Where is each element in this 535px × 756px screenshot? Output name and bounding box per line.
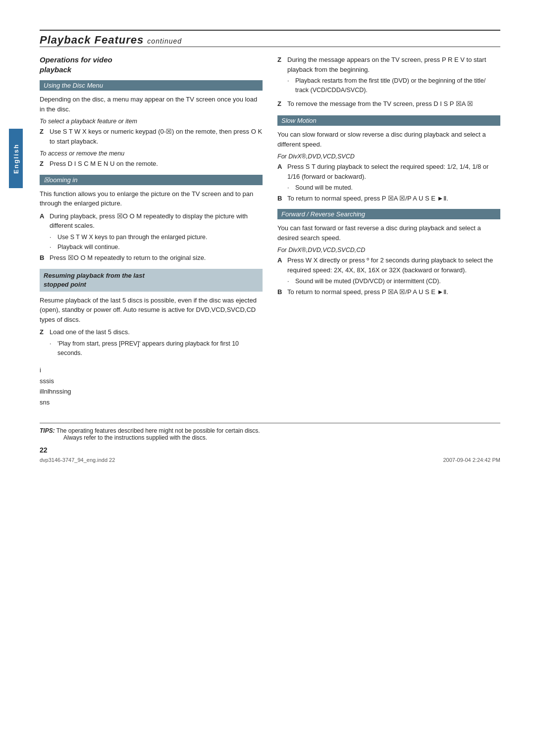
resume-sub1: · 'Play from start, press [PREV]' appear… (50, 339, 263, 358)
left-column: Operations for video playback Using the … (40, 55, 263, 408)
select-feature-step: Z Use S T W X keys or numeric keypad (0-… (40, 127, 263, 146)
top-rule (40, 30, 500, 31)
resume-step1: Z Load one of the last 5 discs. (40, 327, 263, 337)
bottom-chars: i sssis illnlhnssing sns (40, 365, 263, 407)
resume-intro: Resume playback of the last 5 discs is p… (40, 296, 263, 325)
resume-box: Resuming playback from the last stopped … (40, 269, 263, 292)
page-title: Playback Features continued (40, 34, 500, 47)
zoom-heading: ☒ooming in (40, 175, 263, 185)
zoom-sub1: · Use S T W X keys to pan through the en… (50, 233, 263, 242)
slow-motion-intro: You can slow forward or slow reverse a d… (277, 130, 500, 149)
sidebar-language: English (9, 129, 23, 188)
fwd-sub1: · Sound will be muted (DVD/VCD) or inter… (287, 277, 500, 286)
select-feature-sub: To select a playback feature or item (40, 118, 263, 125)
zoom-sub2: · Playback will continue. (50, 243, 263, 252)
access-menu-step: Z Press D I S C M E N U on the remote. (40, 159, 263, 169)
message-step2: Z To remove the message from the TV scre… (277, 99, 500, 109)
fwd-step-b: B To return to normal speed, press P ☒A … (277, 287, 500, 297)
slow-divx-sub: For DivX®,DVD,VCD,SVCD (277, 153, 500, 160)
resume-heading: Resuming playback from the last stopped … (44, 271, 259, 289)
title-text: Playback Features (40, 34, 144, 46)
message-sub1: · Playback restarts from the first title… (287, 76, 500, 95)
tips-text1: The operating features described here mi… (56, 427, 260, 434)
fwd-rev-intro: You can fast forward or fast reverse a d… (277, 223, 500, 243)
access-menu-sub: To access or remove the menu (40, 150, 263, 157)
zoom-step-b: B Press ☒O O M repeatedly to return to t… (40, 253, 263, 263)
title-rule (40, 47, 500, 47)
tips-label: TIPS: (40, 427, 55, 434)
tips-text2: Always refer to the instructions supplie… (63, 434, 207, 441)
footer-file: dvp3146-3747_94_eng.indd 22 (40, 457, 115, 463)
slow-sub1: · Sound will be muted. (287, 183, 500, 193)
zoom-intro: This function allows you to enlarge the … (40, 189, 263, 208)
slow-step-a: A Press S T during playback to select th… (277, 162, 500, 181)
slow-step-b: B To return to normal speed, press P ☒A … (277, 194, 500, 203)
disc-menu-heading: Using the Disc Menu (40, 80, 263, 91)
footer-meta: dvp3146-3747_94_eng.indd 22 2007-09-04 2… (40, 457, 500, 463)
ops-title: Operations for video playback (40, 55, 263, 74)
fwd-rev-heading: Forward / Reverse Searching (277, 209, 500, 219)
slow-motion-heading: Slow Motion (277, 115, 500, 126)
title-continued: continued (147, 37, 182, 45)
right-column: Z During the message appears on the TV s… (277, 55, 500, 408)
language-label: English (12, 144, 20, 174)
page-number: 22 (40, 446, 500, 454)
content-columns: Operations for video playback Using the … (40, 55, 500, 408)
disc-menu-intro: Depending on the disc, a menu may appear… (40, 95, 263, 114)
page: English Playback Features continued Oper… (0, 0, 535, 756)
fwd-step-a: A Press W X directly or press º for 2 se… (277, 255, 500, 275)
fwd-divx-sub: For DivX®,DVD,VCD,SVCD,CD (277, 247, 500, 253)
zoom-step-a: A During playback, press ☒O O M repeated… (40, 211, 263, 231)
footer-date: 2007-09-04 2:24:42 PM (443, 457, 500, 463)
tips-section: TIPS: The operating features described h… (40, 423, 500, 441)
message-step1: Z During the message appears on the TV s… (277, 55, 500, 74)
